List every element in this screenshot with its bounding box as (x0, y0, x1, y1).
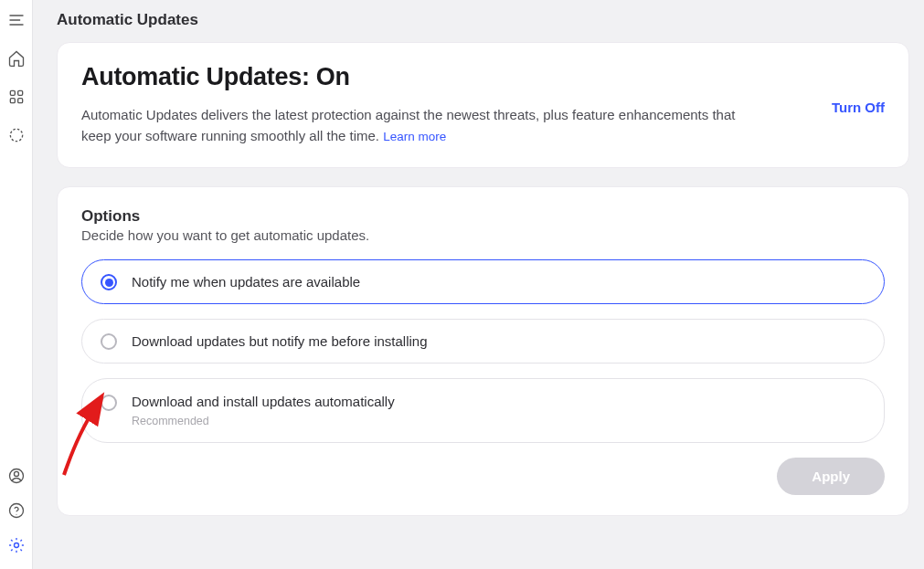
option-label: Download updates but notify me before in… (132, 333, 428, 349)
option-label: Notify me when updates are available (132, 274, 360, 290)
main-content: Automatic Updates Automatic Updates: On … (33, 0, 924, 569)
home-icon[interactable] (7, 49, 26, 71)
user-icon[interactable] (7, 467, 26, 489)
status-title: Automatic Updates: On (81, 63, 813, 91)
status-card: Automatic Updates: On Automatic Updates … (57, 42, 909, 168)
radio-icon (101, 395, 117, 411)
apply-button[interactable]: Apply (777, 458, 885, 495)
menu-icon[interactable] (7, 11, 26, 33)
svg-point-6 (14, 471, 18, 476)
circle-icon[interactable] (7, 126, 26, 148)
svg-rect-0 (10, 90, 15, 95)
option-notify[interactable]: Notify me when updates are available (81, 259, 885, 304)
svg-rect-1 (17, 90, 22, 95)
svg-rect-2 (10, 99, 15, 103)
svg-rect-3 (17, 99, 22, 103)
sidebar (0, 0, 33, 569)
svg-point-9 (14, 543, 18, 548)
options-subtitle: Decide how you want to get automatic upd… (81, 227, 885, 243)
svg-point-8 (16, 514, 16, 515)
gear-icon[interactable] (7, 536, 26, 558)
page-title: Automatic Updates (57, 11, 909, 29)
option-label: Download and install updates automatical… (132, 394, 395, 409)
help-icon[interactable] (7, 501, 26, 523)
svg-point-4 (10, 129, 22, 141)
options-card: Options Decide how you want to get autom… (57, 186, 909, 516)
options-title: Options (81, 207, 885, 226)
turn-off-button[interactable]: Turn Off (832, 63, 885, 115)
status-description: Automatic Updates delivers the latest pr… (81, 104, 739, 147)
option-auto-install[interactable]: Download and install updates automatical… (81, 378, 885, 443)
option-sublabel: Recommended (132, 415, 395, 427)
radio-icon (101, 333, 117, 350)
learn-more-link[interactable]: Learn more (383, 130, 446, 143)
option-download-notify[interactable]: Download updates but notify me before in… (81, 319, 885, 364)
apps-icon[interactable] (7, 88, 26, 110)
radio-icon (101, 274, 117, 290)
